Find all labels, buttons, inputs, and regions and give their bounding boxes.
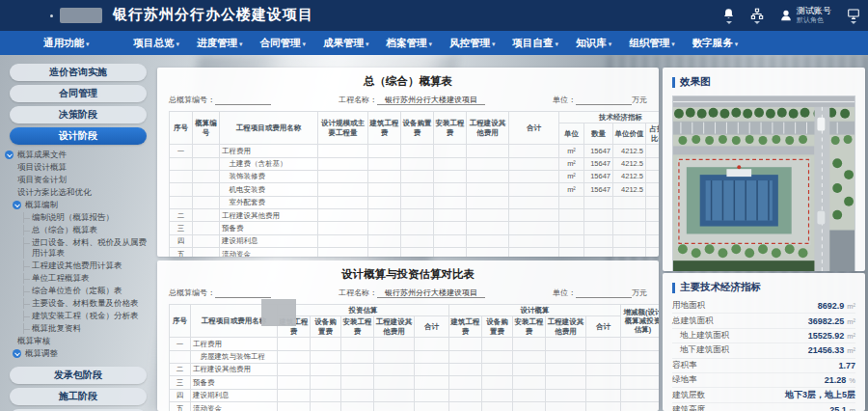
nav-item-1[interactable]: 项目总览▾: [134, 37, 180, 50]
tree-item-3[interactable]: 设计方案比选和优化: [0, 187, 156, 198]
indicator-row: 建筑层数地下3层，地上5层: [672, 388, 855, 402]
nav-item-10[interactable]: 数字服务▾: [692, 37, 739, 50]
indicator-label: 建筑层数: [672, 390, 705, 401]
col-header: 占投资总比例(%): [646, 123, 660, 145]
nav-item-3[interactable]: 合同管理▾: [260, 37, 307, 50]
col-header: 序号: [170, 305, 191, 338]
col-header: 安装工程费: [434, 112, 467, 145]
tree-item-13[interactable]: 概算批复资料: [23, 323, 156, 334]
nav-item-6[interactable]: 风控管理▾: [449, 37, 496, 50]
nav-item-0[interactable]: 通用功能▾: [43, 37, 90, 50]
table-row: 三预备费: [170, 376, 660, 389]
tree-item-10[interactable]: 综合单位造价（定额）表: [23, 286, 156, 296]
tree-item-12[interactable]: 建筑安装工程（税金）分析表: [23, 311, 156, 321]
tree-item-8[interactable]: 工程建设其他费用计算表: [23, 260, 156, 271]
nav-item-4[interactable]: 成果管理▾: [323, 37, 369, 50]
indicator-label: 总建筑面积: [672, 315, 714, 327]
col-header: 序号: [170, 112, 193, 145]
user-menu[interactable]: 测试账号 默认角色: [779, 7, 831, 24]
tree-item-0[interactable]: 概算成果文件: [0, 150, 156, 160]
table-row: 五流动资金: [170, 402, 660, 411]
site-plan-image[interactable]: [672, 96, 855, 271]
indicator-value: 8692.9m²: [818, 301, 855, 311]
table-row: 一工程费用: [170, 338, 660, 350]
app-screen: 银行苏州分行办公楼建设项目 测试账号 默认角色: [0, 0, 868, 411]
indicator-row: 容积率1.77: [672, 359, 855, 373]
indicator-value: 地下3层，地上5层: [785, 389, 855, 401]
sidebar: 造价咨询实施合同管理决策阶段设计阶段概算成果文件项目设计概算项目资金计划设计方案…: [0, 55, 156, 411]
section-bar: [672, 77, 675, 88]
tree-item-9[interactable]: 单位工程概算表: [23, 273, 156, 284]
org-chart-icon[interactable]: [750, 8, 764, 24]
chevron-down-icon[interactable]: [13, 349, 21, 358]
tree-item-5[interactable]: 编制说明（概算报告）: [23, 212, 156, 223]
sidebar-stage-设计阶段[interactable]: 设计阶段: [10, 127, 147, 145]
tree-item-1[interactable]: 项目设计概算: [0, 162, 156, 173]
chevron-down-icon[interactable]: [5, 151, 14, 159]
table-row: 房屋建筑与装饰工程: [170, 350, 660, 363]
col-group-header: 设计概算: [449, 305, 621, 316]
sidebar-stage-施工阶段[interactable]: 施工阶段: [10, 388, 147, 405]
indicator-value: 21456.33m²: [808, 345, 855, 355]
user-name: 测试账号: [797, 7, 831, 16]
sidebar-stage-造价咨询实施[interactable]: 造价咨询实施: [10, 64, 147, 81]
chevron-down-icon[interactable]: [13, 201, 21, 209]
tree-item-15[interactable]: 概算调整: [0, 348, 156, 359]
table-row: 四建设期利息: [170, 234, 660, 247]
col-header: 工程建设其他费用: [467, 112, 509, 145]
nav-item-9[interactable]: 组织管理▾: [629, 37, 675, 50]
sidebar-stage-合同管理[interactable]: 合同管理: [10, 85, 147, 102]
tree-item-14[interactable]: 概算审核: [0, 336, 156, 346]
panel-rendering: 效果图: [663, 68, 865, 271]
col-header: 工程建设其他费用: [374, 316, 415, 338]
tree-item-2[interactable]: 项目资金计划: [0, 175, 156, 185]
col-header: 工程建设其他费用: [546, 316, 586, 338]
logo: [60, 8, 102, 23]
indicator-label: 容积率: [672, 360, 697, 371]
indicator-row: 地下建筑面积21456.33m²: [672, 343, 855, 358]
col-header: 合计: [415, 316, 449, 338]
indicator-row: 用地面积8692.9m²: [672, 299, 855, 314]
tree-item-4[interactable]: 概算编制: [0, 200, 156, 210]
sidebar-stage-决策阶段[interactable]: 决策阶段: [10, 106, 147, 123]
general-estimate-table: 序号概算编号工程项目或费用名称设计规模或主要工程量建筑工程费设备购置费安装工程费…: [169, 111, 659, 257]
table-row: 三预备费: [170, 222, 660, 234]
rendering-title: 效果图: [680, 75, 711, 89]
table1-no-field: 总概算编号：: [169, 95, 271, 105]
monitor-icon[interactable]: [847, 8, 860, 24]
col-header: 设备购置费: [482, 316, 513, 338]
indicator-label: 地上建筑面积: [672, 330, 729, 342]
table-row: 一工程费用m²156474212.5: [170, 145, 660, 157]
panel-compare-table: 设计概算与投资估算对比表 总概算编号： 工程名称：银行苏州分行大楼建设项目 单位…: [157, 260, 659, 411]
table-row: 二工程建设其他费用: [170, 209, 660, 222]
panel-general-estimate-table: 总（综合）概算表 总概算编号： 工程名称：银行苏州分行大楼建设项目 单位：万元 …: [157, 68, 659, 257]
col-group-header: 投资估算: [278, 305, 449, 316]
indicator-value: 21.28%: [825, 375, 855, 385]
main-navbar: 通用功能▾项目总览▾进度管理▾合同管理▾成果管理▾档案管理▾风控管理▾项目自查▾…: [0, 31, 868, 55]
logo-dot: [50, 14, 53, 17]
indicator-label: 绿地率: [672, 374, 697, 386]
indicator-value: 36982.25m²: [808, 316, 855, 326]
indicator-label: 地下建筑面积: [672, 344, 729, 356]
table-row: 室外配套费: [170, 196, 660, 208]
table1-unit-field: 单位：万元: [553, 95, 647, 105]
col-header: 单位: [559, 123, 584, 145]
tree-item-6[interactable]: 总（综合）概算表: [23, 225, 156, 235]
col-header: 增减额(设计概算减投资估算): [621, 305, 659, 338]
nav-item-2[interactable]: 进度管理▾: [197, 37, 243, 50]
nav-item-5[interactable]: 档案管理▾: [387, 37, 433, 50]
indicator-row: 绿地率21.28%: [672, 373, 855, 388]
col-header: 设备购置费: [401, 112, 434, 145]
tree-item-11[interactable]: 主要设备、材料数量及价格表: [23, 298, 156, 309]
indicator-row: 建筑高度25.1m: [672, 403, 855, 411]
nav-item-7[interactable]: 项目自查▾: [513, 37, 559, 50]
table-row: 土建费（含桩基）m²156474212.5: [170, 157, 660, 170]
table2-name-field: 工程名称：银行苏州分行大楼建设项目: [339, 288, 485, 298]
sidebar-stage-发承包阶段[interactable]: 发承包阶段: [10, 367, 147, 384]
nav-item-8[interactable]: 知识库▾: [576, 37, 611, 50]
col-header: 设计规模或主要工程量: [318, 112, 368, 145]
tree-item-7[interactable]: 进口设备、材料、税价及从属费用计算表: [23, 237, 156, 259]
col-header: 合计: [509, 112, 559, 145]
indicator-label: 建筑高度: [672, 404, 705, 411]
notification-bell-icon[interactable]: [722, 8, 735, 24]
